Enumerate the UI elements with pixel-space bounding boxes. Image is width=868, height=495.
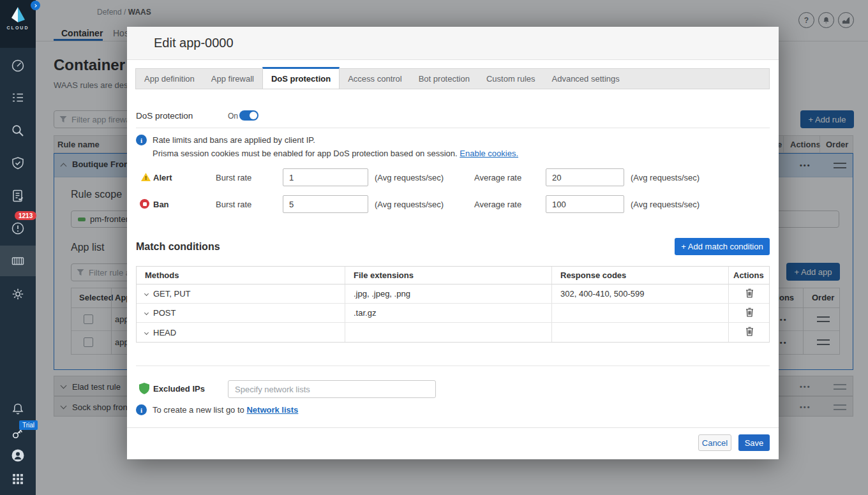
divider	[136, 128, 770, 128]
edit-app-modal: Edit app-0000 App definition App firewal…	[127, 27, 779, 459]
match-condition-row: HEAD	[137, 323, 769, 342]
col-methods: Methods	[137, 267, 345, 284]
methods-value: POST	[153, 308, 176, 318]
trash-icon	[745, 307, 754, 317]
tab-dos-protection[interactable]: DoS protection	[262, 67, 340, 89]
info-line-2: Prisma session cookies must be enabled f…	[153, 149, 518, 158]
ban-average-rate-input[interactable]	[546, 195, 624, 213]
checklist-icon	[11, 91, 25, 105]
sidebar-item-settings[interactable]	[11, 287, 25, 301]
gauge-icon	[11, 59, 25, 73]
info-line-1: Rate limits and bans are applied by clie…	[153, 135, 315, 145]
average-rate-unit: (Avg requests/sec)	[631, 200, 700, 209]
col-actions: Actions	[729, 267, 770, 284]
average-rate-label: Average rate	[474, 200, 521, 209]
burst-rate-label: Burst rate	[216, 173, 251, 182]
sidebar-item-compliance[interactable]	[11, 189, 25, 203]
tab-access-control[interactable]: Access control	[340, 69, 410, 89]
modal-header: Edit app-0000	[127, 27, 779, 60]
dos-protection-toggle[interactable]	[239, 110, 258, 121]
sidebar-item-containers[interactable]	[11, 254, 25, 268]
network-lists-link[interactable]: Network lists	[246, 405, 298, 415]
col-response-codes: Response codes	[552, 267, 729, 284]
average-rate-unit: (Avg requests/sec)	[631, 173, 700, 182]
container-icon	[11, 254, 25, 268]
average-rate-label: Average rate	[474, 173, 521, 182]
shield-icon	[139, 383, 149, 394]
match-conditions-table: Methods File extensions Response codes A…	[136, 266, 770, 343]
modal-tab-bar: App definition App firewall DoS protecti…	[135, 68, 770, 89]
prisma-logo-icon	[8, 6, 27, 24]
methods-value: HEAD	[153, 328, 176, 337]
save-button[interactable]: Save	[738, 434, 770, 451]
burst-rate-label: Burst rate	[216, 200, 251, 209]
alert-burst-rate-input[interactable]	[283, 168, 368, 186]
file-extensions-value: .tar.gz	[345, 304, 552, 322]
svg-text:!: !	[145, 174, 147, 181]
burst-rate-unit: (Avg requests/sec)	[375, 173, 444, 182]
trash-icon	[745, 327, 754, 336]
user-icon	[11, 448, 25, 462]
match-condition-row: POST .tar.gz	[137, 304, 769, 323]
match-conditions-header: Methods File extensions Response codes A…	[137, 267, 769, 284]
info-icon: i	[136, 135, 147, 145]
sidebar-item-apps[interactable]	[11, 472, 25, 486]
chevron-down-icon[interactable]	[144, 311, 149, 315]
shield-check-icon	[11, 156, 25, 170]
excluded-ips-input[interactable]	[228, 380, 436, 398]
enable-cookies-link[interactable]: Enable cookies.	[460, 149, 518, 158]
alert-circle-icon	[11, 221, 25, 235]
search-icon	[11, 124, 25, 138]
ban-label: Ban	[153, 200, 169, 209]
tab-bot-protection[interactable]: Bot protection	[410, 69, 478, 89]
response-codes-value	[552, 304, 729, 322]
sidebar-expand-button[interactable]	[31, 1, 40, 10]
add-match-condition-button[interactable]: + Add match condition	[675, 238, 770, 255]
alerts-count-badge: 1213	[15, 211, 36, 220]
bell-icon	[11, 402, 25, 416]
sidebar-item-search[interactable]	[11, 124, 25, 138]
delete-row-button[interactable]	[744, 325, 755, 339]
divider	[127, 427, 779, 428]
methods-value: GET, PUT	[153, 289, 191, 299]
alert-label: Alert	[153, 173, 172, 182]
delete-row-button[interactable]	[744, 306, 755, 320]
tab-custom-rules[interactable]: Custom rules	[478, 69, 544, 89]
modal-title: Edit app-0000	[154, 36, 234, 50]
match-condition-row: GET, PUT .jpg, .jpeg, .png 302, 400-410,…	[137, 284, 769, 304]
logo-label: CLOUD	[7, 26, 29, 30]
document-check-icon	[11, 189, 25, 203]
chevron-down-icon[interactable]	[144, 292, 149, 296]
sidebar-item-profile[interactable]	[11, 448, 25, 462]
sidebar-item-dashboard[interactable]	[11, 59, 25, 73]
sidebar-item-defend[interactable]	[11, 156, 25, 170]
delete-row-button[interactable]	[744, 287, 755, 301]
ban-icon	[140, 199, 149, 209]
sidebar-item-alerts[interactable]	[11, 221, 25, 235]
cancel-button[interactable]: Cancel	[698, 434, 731, 451]
match-conditions-heading: Match conditions	[136, 241, 220, 253]
toggle-state-label: On	[228, 112, 238, 121]
info-icon: i	[136, 404, 147, 415]
grid-icon	[11, 472, 25, 486]
burst-rate-unit: (Avg requests/sec)	[375, 200, 444, 209]
tab-app-firewall[interactable]: App firewall	[203, 69, 262, 89]
divider	[136, 366, 770, 366]
chevron-down-icon[interactable]	[144, 330, 149, 334]
file-extensions-value: .jpg, .jpeg, .png	[345, 284, 552, 303]
tab-advanced-settings[interactable]: Advanced settings	[544, 69, 628, 89]
sidebar-item-notifications[interactable]	[11, 402, 25, 416]
warning-icon: !	[140, 172, 151, 182]
tab-app-definition[interactable]: App definition	[136, 69, 203, 89]
col-file-extensions: File extensions	[345, 267, 552, 284]
sidebar-item-inventory[interactable]	[11, 91, 25, 105]
alert-average-rate-input[interactable]	[546, 168, 624, 186]
file-extensions-value	[345, 323, 552, 342]
sidebar: CLOUD 1213 Trial	[0, 0, 36, 495]
ban-burst-rate-input[interactable]	[283, 195, 368, 213]
chevron-right-icon	[33, 4, 37, 8]
dos-protection-label: DoS protection	[136, 111, 193, 121]
response-codes-value	[552, 323, 729, 342]
response-codes-value: 302, 400-410, 500-599	[552, 284, 729, 303]
trash-icon	[745, 288, 754, 298]
